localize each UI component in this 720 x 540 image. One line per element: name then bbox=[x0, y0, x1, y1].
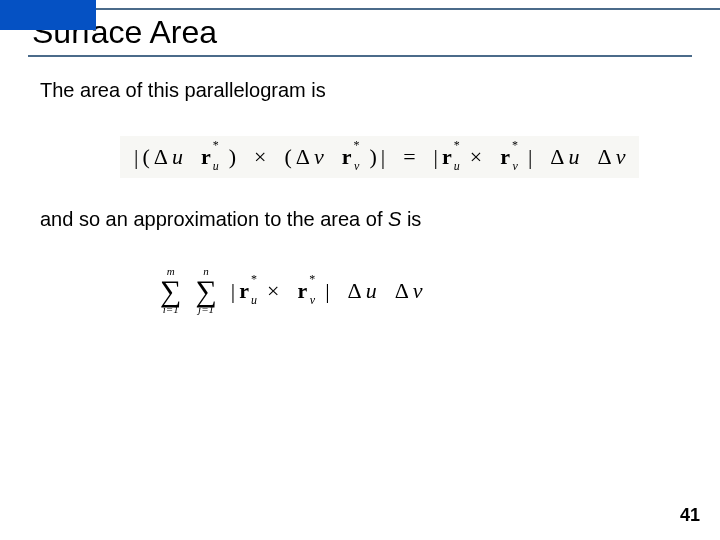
slide: Surface Area The area of this parallelog… bbox=[0, 0, 720, 540]
page-title: Surface Area bbox=[0, 14, 720, 51]
r-star-v2: r*v bbox=[500, 144, 510, 170]
cross: × bbox=[267, 278, 279, 304]
delta4: Δ bbox=[598, 144, 612, 170]
title-block bbox=[0, 0, 96, 30]
paragraph-2: and so an approximation to the area of S… bbox=[40, 208, 680, 231]
rparen2: ) bbox=[369, 144, 376, 170]
delta-u: Δ bbox=[348, 278, 362, 304]
sigma-icon: ∑ bbox=[160, 277, 181, 304]
abs-close: | bbox=[325, 278, 329, 304]
lparen: ( bbox=[142, 144, 149, 170]
var-v2: v bbox=[616, 144, 626, 170]
rparen: ) bbox=[229, 144, 236, 170]
r-star-u: r*u bbox=[201, 144, 211, 170]
r-star-u2: r*u bbox=[442, 144, 452, 170]
outer-sum-lower: i=1 bbox=[163, 304, 179, 315]
var-u: u bbox=[172, 144, 183, 170]
equation-1-math: | ( Δu r*u ) × ( Δv r*v ) | = | bbox=[134, 144, 625, 170]
delta-v: Δ bbox=[395, 278, 409, 304]
paragraph-1: The area of this parallelogram is bbox=[40, 79, 680, 102]
r-star-u: r*u bbox=[239, 278, 249, 304]
cross2: × bbox=[470, 144, 482, 170]
body: The area of this parallelogram is | ( Δu… bbox=[0, 57, 720, 345]
inner-sum-lower: j=1 bbox=[198, 304, 214, 315]
cross: × bbox=[254, 144, 266, 170]
lparen2: ( bbox=[284, 144, 291, 170]
title-underline bbox=[28, 55, 692, 57]
abs-close: | bbox=[381, 144, 385, 170]
r-star-v: r*v bbox=[297, 278, 307, 304]
abs-close2: | bbox=[528, 144, 532, 170]
var-v: v bbox=[413, 278, 423, 304]
var-u2: u bbox=[569, 144, 580, 170]
equation-2-math: m ∑ i=1 n ∑ j=1 | r*u × r*v bbox=[160, 266, 423, 315]
equation-2: m ∑ i=1 n ∑ j=1 | r*u × r*v bbox=[160, 266, 423, 315]
sigma-icon: ∑ bbox=[195, 277, 216, 304]
inner-sum: n ∑ j=1 bbox=[195, 266, 216, 315]
delta3: Δ bbox=[550, 144, 564, 170]
abs-open: | bbox=[231, 278, 235, 304]
outer-sum: m ∑ i=1 bbox=[160, 266, 181, 315]
abs-open: | bbox=[134, 144, 138, 170]
equals: = bbox=[403, 144, 415, 170]
var-v: v bbox=[314, 144, 324, 170]
equation-1: | ( Δu r*u ) × ( Δv r*v ) | = | bbox=[120, 136, 639, 178]
delta2: Δ bbox=[296, 144, 310, 170]
delta: Δ bbox=[154, 144, 168, 170]
abs-open2: | bbox=[434, 144, 438, 170]
header: Surface Area bbox=[0, 0, 720, 57]
var-u: u bbox=[366, 278, 377, 304]
page-number: 41 bbox=[680, 505, 700, 526]
top-divider bbox=[62, 8, 720, 10]
r-star-v: r*v bbox=[342, 144, 352, 170]
p2-prefix: and so an approximation to the area of bbox=[40, 208, 388, 230]
p2-suffix: is bbox=[401, 208, 421, 230]
p2-var: S bbox=[388, 208, 401, 230]
